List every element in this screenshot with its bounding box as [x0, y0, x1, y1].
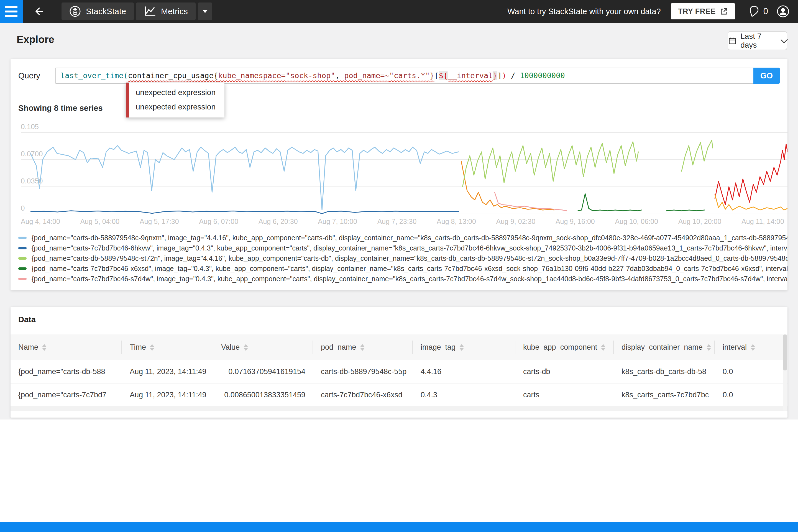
table-header-row: NameTimeValuepod_nameimage_tagkube_app_c…	[11, 335, 787, 360]
table-horizontal-scrollbar[interactable]	[11, 406, 787, 411]
query-label: Query	[18, 68, 55, 84]
query-token: )	[502, 71, 506, 80]
x-axis-label: Aug 5, 04:00	[80, 217, 119, 226]
series-line-carts-7c7bd7bc46-x6xsd	[578, 194, 642, 211]
stackstate-label: StackState	[86, 7, 126, 16]
legend-label: {pod_name="carts-7c7bd7bc46-x6xsd", imag…	[32, 265, 787, 273]
try-free-button[interactable]: TRY FREE	[671, 3, 735, 19]
stackstate-button[interactable]: StackState	[61, 2, 134, 20]
query-input[interactable]: last_over_time(container_cpu_usage{kube_…	[55, 68, 754, 84]
series-line-carts-db-588979548c-st72n	[463, 142, 639, 187]
table-cell: 4.4.16	[413, 360, 515, 383]
table-cell: 0.0	[715, 383, 787, 406]
table-cell: 0.0	[715, 360, 787, 383]
app-nav-group: StackState Metrics	[61, 2, 212, 20]
sort-icon	[150, 344, 154, 351]
series-line-carts-7c7bd7bc46-s7d4w	[495, 192, 567, 211]
x-axis-label: Aug 4, 14:00	[21, 217, 60, 226]
calendar-icon	[728, 36, 737, 45]
query-token: 1000000000	[520, 71, 565, 80]
table-cell: Aug 11, 2023, 14:11:49	[122, 360, 213, 383]
x-axis-label: Aug 6, 07:00	[199, 217, 238, 226]
query-token: kube_namespace=	[218, 71, 286, 80]
column-header-Value[interactable]: Value	[213, 335, 313, 360]
top-bar: StackState Metrics Want to try StackStat…	[0, 0, 798, 23]
legend-swatch	[18, 247, 26, 249]
pin-icon[interactable]	[748, 5, 759, 17]
query-error-tooltip: unexpected expressionunexpected expressi…	[126, 82, 225, 117]
sort-icon	[706, 344, 711, 351]
series-line-series-red	[715, 144, 787, 205]
query-token: pod_name=~	[344, 71, 389, 80]
table-cell: Aug 11, 2023, 14:11:49	[122, 383, 213, 406]
pin-count: 0	[763, 6, 768, 16]
sort-icon	[42, 344, 46, 351]
series-line-carts-db-588979548c-st72n	[682, 140, 712, 171]
user-avatar[interactable]	[776, 5, 790, 18]
avatar-icon	[776, 5, 790, 18]
table-row: {pod_name="carts-7c7bd7Aug 11, 2023, 14:…	[11, 383, 787, 407]
table-body: {pod_name="carts-db-588Aug 11, 2023, 14:…	[11, 360, 787, 407]
table-cell: {pod_name="carts-db-588	[11, 360, 122, 383]
external-link-icon	[720, 7, 728, 15]
scrollbar-thumb[interactable]	[783, 335, 787, 370]
y-axis-label: 0.105	[21, 122, 39, 131]
legend-swatch	[18, 257, 26, 260]
legend-label: {pod_name="carts-db-588979548c-st72n", i…	[32, 254, 787, 262]
column-header-label: pod_name	[321, 343, 356, 352]
back-button[interactable]	[30, 3, 46, 20]
sort-icon	[601, 344, 605, 351]
series-line-carts-7c7bd7bc46-x6xsd	[666, 210, 705, 211]
column-header-label: image_tag	[421, 343, 456, 352]
y-axis-label: 0	[21, 204, 25, 212]
query-token: ${	[439, 71, 448, 80]
x-axis-labels: Aug 4, 14:00Aug 5, 04:00Aug 5, 17:30Aug …	[21, 217, 784, 226]
time-series-chart[interactable]	[31, 132, 787, 214]
column-header-pod_name[interactable]: pod_name	[313, 335, 413, 360]
try-free-label: TRY FREE	[678, 7, 716, 16]
table-row: {pod_name="carts-db-588Aug 11, 2023, 14:…	[11, 360, 787, 383]
legend-item[interactable]: {pod_name="carts-db-588979548c-9qnxm", i…	[18, 233, 787, 243]
explore-card: Query last_over_time(container_cpu_usage…	[11, 59, 787, 290]
table-cell: k8s_carts-db_carts-db-58	[614, 360, 715, 383]
column-header-interval[interactable]: interval	[715, 335, 787, 360]
sort-up-arrow	[459, 344, 464, 347]
table-cell: {pod_name="carts-7c7bd7	[11, 383, 122, 406]
legend-item[interactable]: {pod_name="carts-7c7bd7bc46-6hkvw", imag…	[18, 243, 787, 253]
series-line-carts-7c7bd7bc46-6hkvw	[31, 211, 459, 214]
table-cell: carts-db	[515, 360, 614, 383]
legend-swatch	[18, 278, 26, 280]
x-axis-label: Aug 5, 17:30	[140, 217, 179, 226]
column-header-Time[interactable]: Time	[122, 335, 213, 360]
legend-item[interactable]: {pod_name="carts-7c7bd7bc46-s7d4w", imag…	[18, 274, 787, 284]
sort-icon	[459, 344, 464, 351]
sort-up-arrow	[244, 344, 248, 347]
hamburger-menu-button[interactable]	[0, 0, 23, 23]
legend-item[interactable]: {pod_name="carts-7c7bd7bc46-x6xsd", imag…	[18, 264, 787, 274]
sort-down-arrow	[360, 348, 365, 351]
nav-dropdown-button[interactable]	[198, 2, 212, 20]
time-range-selector[interactable]: Last 7 days	[728, 31, 787, 50]
column-header-display_container_name[interactable]: display_container_name	[614, 335, 715, 360]
back-arrow-icon	[33, 6, 44, 17]
time-range-label: Last 7 days	[740, 32, 778, 50]
column-header-kube_app_component[interactable]: kube_app_component	[515, 335, 614, 360]
table-cell: k8s_carts_carts-7c7bd7bc	[614, 383, 715, 406]
table-vertical-scrollbar[interactable]	[783, 335, 787, 411]
query-token: [	[434, 71, 439, 80]
column-header-image_tag[interactable]: image_tag	[413, 335, 515, 360]
data-card: Data NameTimeValuepod_nameimage_tagkube_…	[11, 307, 787, 418]
sort-icon	[360, 344, 365, 351]
metrics-tab[interactable]: Metrics	[136, 2, 196, 20]
sort-icon	[750, 344, 755, 351]
column-header-Name[interactable]: Name	[11, 335, 122, 360]
legend-item[interactable]: {pod_name="carts-db-588979548c-st72n", i…	[18, 253, 787, 264]
sort-up-arrow	[750, 344, 755, 347]
sort-down-arrow	[706, 348, 711, 351]
sort-up-arrow	[42, 344, 46, 347]
go-button[interactable]: GO	[754, 68, 780, 84]
legend-label: {pod_name="carts-db-588979548c-9qnxm", i…	[32, 234, 787, 242]
legend-label: {pod_name="carts-7c7bd7bc46-6hkvw", imag…	[32, 244, 787, 252]
table-cell: 0.4.3	[413, 383, 515, 406]
query-token: }	[493, 71, 497, 80]
